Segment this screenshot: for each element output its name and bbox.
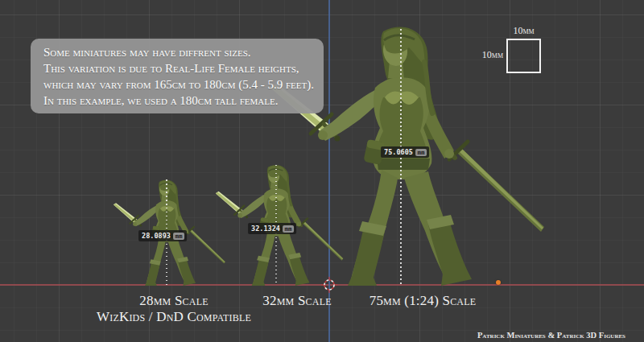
info-line: Some miniatures may have diffrent sizes.: [43, 44, 312, 60]
3d-cursor-icon[interactable]: [320, 276, 338, 294]
blender-viewport[interactable]: 75.0605 mm 32.1324 mm 28.0893 mm Some mi…: [0, 0, 644, 342]
object-origin-icon[interactable]: [496, 280, 501, 285]
measurement-unit: mm: [173, 233, 184, 240]
measurement-label-28mm: 28.0893 mm: [138, 230, 187, 241]
reference-square-width-label: 10mm: [506, 25, 541, 37]
measurement-unit: mm: [415, 149, 427, 156]
caption-75mm-scale: 75mm (1:24) Scale: [369, 293, 477, 309]
info-line: which may vary from 165cm to 180cm (5.4 …: [43, 76, 312, 93]
caption-28mm-scale: 28mm Scale: [139, 293, 208, 309]
measurement-value: 75.0605: [384, 148, 413, 156]
caption-32mm-scale: 32mm Scale: [262, 293, 331, 309]
measurement-value: 28.0893: [142, 232, 171, 240]
measurement-label-75mm: 75.0605 mm: [381, 146, 429, 158]
measurement-unit: mm: [283, 225, 294, 233]
measurement-value: 32.1324: [251, 225, 280, 233]
credit-text: Patrick Miniatures & Patrick 3D Figures: [477, 331, 625, 340]
info-line: This variation is due to Real-Life Femal…: [43, 60, 312, 76]
reference-square-height-label: 10mm: [468, 49, 503, 61]
info-annotation-box: Some miniatures may have diffrent sizes.…: [31, 39, 324, 113]
info-line: In this example, we used a 180cm tall fe…: [43, 93, 312, 109]
reference-square-10mm: [506, 39, 541, 73]
measurement-label-32mm: 32.1324 mm: [248, 223, 296, 234]
caption-28mm-compatibility: WizKids / DnD Compatible: [97, 309, 251, 325]
